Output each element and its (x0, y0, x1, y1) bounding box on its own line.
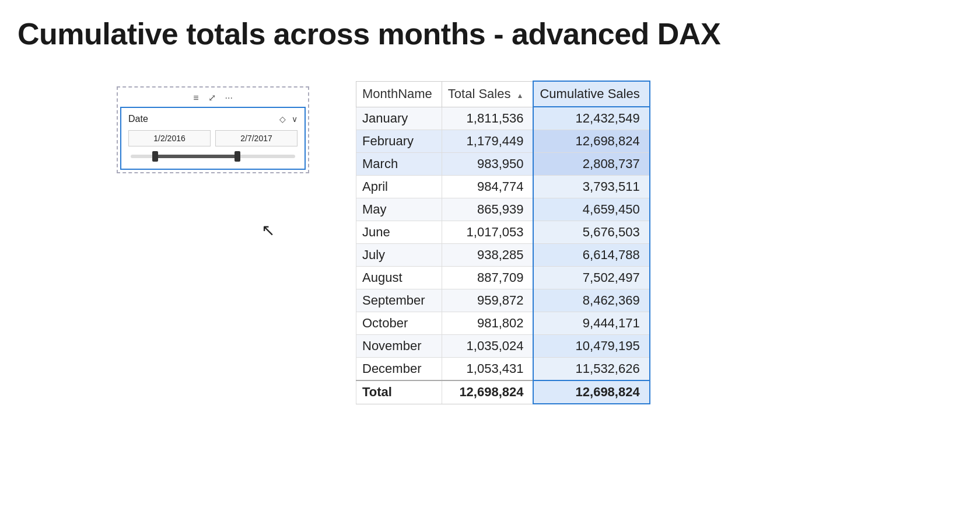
col-header-cumulative-sales: Cumulative Sales (533, 81, 649, 107)
cell-cumulative-sales: 12,432,549 (533, 107, 649, 130)
cell-month: March (356, 153, 442, 176)
slicer-date-range: 1/2/2016 2/7/2017 (128, 130, 298, 146)
cell-month: October (356, 312, 442, 335)
slicer-thumb-right[interactable] (235, 151, 240, 162)
cell-month: June (356, 221, 442, 244)
cell-cumulative-sales: 3,793,511 (533, 176, 649, 198)
table-row: June1,017,0535,676,503 (356, 221, 650, 244)
more-icon[interactable]: ··· (225, 93, 233, 103)
hamburger-icon[interactable]: ≡ (193, 93, 198, 103)
table-row: December1,053,43111,532,626 (356, 358, 650, 381)
table-row: March983,9502,808,737 (356, 153, 650, 176)
slicer-toolbar: ≡ ⤢ ··· (120, 90, 306, 107)
slicer-start-date[interactable]: 1/2/2016 (128, 130, 211, 146)
cell-total-sales: 981,802 (442, 312, 533, 335)
footer-label: Total (356, 380, 442, 404)
table-row: February1,179,44912,698,824 (356, 130, 650, 153)
cell-month: December (356, 358, 442, 381)
slicer-header: Date ◇ ∨ (128, 114, 298, 124)
table-row: July938,2856,614,788 (356, 244, 650, 267)
expand-icon[interactable]: ∨ (292, 114, 298, 124)
data-table-container: MonthName Total Sales ▲ Cumulative Sales… (356, 81, 650, 404)
cell-month: May (356, 198, 442, 221)
table-footer-row: Total 12,698,824 12,698,824 (356, 380, 650, 404)
table-row: October981,8029,444,171 (356, 312, 650, 335)
cell-month: July (356, 244, 442, 267)
cell-month: September (356, 289, 442, 312)
cell-cumulative-sales: 6,614,788 (533, 244, 649, 267)
resize-icon[interactable]: ⤢ (208, 92, 216, 103)
cell-cumulative-sales: 9,444,171 (533, 312, 649, 335)
cursor-icon: ↖ (261, 221, 275, 240)
cell-cumulative-sales: 11,532,626 (533, 358, 649, 381)
cell-month: April (356, 176, 442, 198)
cell-total-sales: 938,285 (442, 244, 533, 267)
slicer-slider-track[interactable] (131, 155, 295, 158)
table-row: August887,7097,502,497 (356, 267, 650, 289)
monthly-sales-table: MonthName Total Sales ▲ Cumulative Sales… (356, 81, 650, 404)
cell-cumulative-sales: 5,676,503 (533, 221, 649, 244)
slicer-label: Date (128, 114, 148, 124)
table-row: April984,7743,793,511 (356, 176, 650, 198)
footer-cumulative-sales: 12,698,824 (533, 380, 649, 404)
cell-month: February (356, 130, 442, 153)
cell-cumulative-sales: 12,698,824 (533, 130, 649, 153)
table-row: January1,811,53612,432,549 (356, 107, 650, 130)
slicer-slider-fill (155, 155, 237, 158)
table-header-row: MonthName Total Sales ▲ Cumulative Sales (356, 81, 650, 107)
cell-total-sales: 1,811,536 (442, 107, 533, 130)
cell-cumulative-sales: 10,479,195 (533, 335, 649, 358)
cell-total-sales: 983,950 (442, 153, 533, 176)
table-row: May865,9394,659,450 (356, 198, 650, 221)
cell-total-sales: 865,939 (442, 198, 533, 221)
cell-total-sales: 1,053,431 (442, 358, 533, 381)
slicer-header-icons: ◇ ∨ (279, 114, 298, 124)
table-row: November1,035,02410,479,195 (356, 335, 650, 358)
slicer-outer-frame: ≡ ⤢ ··· Date ◇ ∨ 1/2/2016 2/7/2017 (117, 86, 309, 173)
cell-month: January (356, 107, 442, 130)
cell-total-sales: 984,774 (442, 176, 533, 198)
cell-month: August (356, 267, 442, 289)
slicer-inner: Date ◇ ∨ 1/2/2016 2/7/2017 (120, 107, 306, 170)
table-row: September959,8728,462,369 (356, 289, 650, 312)
footer-total-sales: 12,698,824 (442, 380, 533, 404)
cell-total-sales: 1,035,024 (442, 335, 533, 358)
cell-cumulative-sales: 8,462,369 (533, 289, 649, 312)
cell-total-sales: 959,872 (442, 289, 533, 312)
sort-arrow-total-sales: ▲ (517, 92, 524, 100)
cell-total-sales: 1,179,449 (442, 130, 533, 153)
cell-cumulative-sales: 4,659,450 (533, 198, 649, 221)
date-slicer: ≡ ⤢ ··· Date ◇ ∨ 1/2/2016 2/7/2017 (117, 86, 309, 173)
cell-total-sales: 887,709 (442, 267, 533, 289)
cell-total-sales: 1,017,053 (442, 221, 533, 244)
slicer-end-date[interactable]: 2/7/2017 (215, 130, 298, 146)
col-header-month: MonthName (356, 81, 442, 107)
eraser-icon[interactable]: ◇ (279, 114, 286, 124)
col-header-total-sales[interactable]: Total Sales ▲ (442, 81, 533, 107)
page-title: Cumulative totals across months - advanc… (0, 0, 980, 63)
slicer-thumb-left[interactable] (152, 151, 158, 162)
cell-cumulative-sales: 7,502,497 (533, 267, 649, 289)
cell-cumulative-sales: 2,808,737 (533, 153, 649, 176)
cell-month: November (356, 335, 442, 358)
